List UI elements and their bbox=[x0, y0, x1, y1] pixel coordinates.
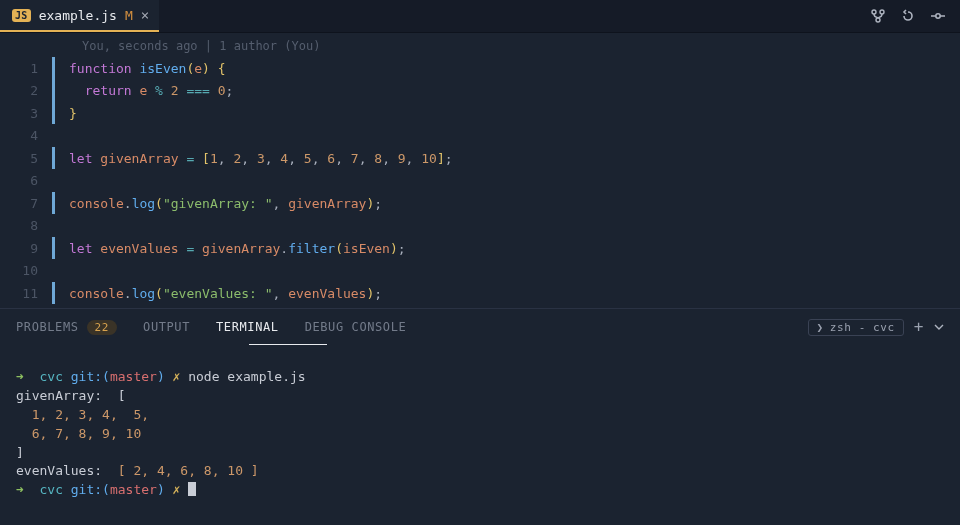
svg-point-0 bbox=[872, 10, 876, 14]
line-number: 3 bbox=[0, 106, 52, 121]
tab-debug-label: DEBUG CONSOLE bbox=[305, 320, 407, 334]
code-line[interactable]: 6 bbox=[0, 169, 960, 192]
line-number: 4 bbox=[0, 128, 52, 143]
code-line[interactable]: 1 function isEven(e) { bbox=[0, 57, 960, 80]
tab-problems-label: PROBLEMS bbox=[16, 320, 79, 334]
code-line[interactable]: 10 bbox=[0, 259, 960, 282]
svg-point-3 bbox=[936, 14, 940, 18]
tab-terminal[interactable]: TERMINAL bbox=[216, 311, 279, 343]
new-terminal-button[interactable]: + bbox=[914, 319, 924, 335]
svg-point-1 bbox=[880, 10, 884, 14]
tab-filename: example.js bbox=[39, 8, 117, 23]
terminal-output[interactable]: ➜ cvc git:(master) ✗ node example.js giv… bbox=[0, 345, 960, 525]
code-line[interactable]: 11 console.log("evenValues: ", evenValue… bbox=[0, 282, 960, 305]
line-number: 5 bbox=[0, 151, 52, 166]
gutter-added-icon bbox=[52, 282, 55, 305]
source-control-icon[interactable] bbox=[870, 8, 886, 24]
line-number: 1 bbox=[0, 61, 52, 76]
prompt-arrow-icon: ➜ bbox=[16, 482, 24, 497]
code-line[interactable]: 4 bbox=[0, 124, 960, 147]
prompt-arrow-icon: ➜ bbox=[16, 369, 24, 384]
panel-actions: ❯ zsh - cvc + bbox=[808, 319, 944, 336]
code-line[interactable]: 3 } bbox=[0, 102, 960, 125]
editor[interactable]: You, seconds ago | 1 author (You) 1 func… bbox=[0, 33, 960, 309]
revert-icon[interactable] bbox=[900, 8, 916, 24]
tab-output[interactable]: OUTPUT bbox=[143, 311, 190, 343]
panel-tabs: PROBLEMS 22 OUTPUT TERMINAL DEBUG CONSOL… bbox=[0, 309, 960, 345]
line-number: 9 bbox=[0, 241, 52, 256]
line-number: 11 bbox=[0, 286, 52, 301]
tab-terminal-label: TERMINAL bbox=[216, 320, 279, 334]
git-blame-annotation: You, seconds ago | 1 author (You) bbox=[0, 39, 960, 53]
tab-problems[interactable]: PROBLEMS 22 bbox=[16, 311, 117, 344]
code-line[interactable]: 7 console.log("givenArray: ", givenArray… bbox=[0, 192, 960, 215]
tab-modified-indicator: M bbox=[125, 8, 133, 23]
line-number: 7 bbox=[0, 196, 52, 211]
gutter-added-icon bbox=[52, 79, 55, 102]
terminal-prompt-icon: ❯ bbox=[817, 321, 824, 334]
gutter-added-icon bbox=[52, 57, 55, 80]
gutter-added-icon bbox=[52, 192, 55, 215]
tab-output-label: OUTPUT bbox=[143, 320, 190, 334]
code-line[interactable]: 2 return e % 2 === 0; bbox=[0, 79, 960, 102]
gutter-added-icon bbox=[52, 147, 55, 170]
line-number: 2 bbox=[0, 83, 52, 98]
terminal-shell-label: zsh - cvc bbox=[830, 321, 895, 334]
bottom-panel: PROBLEMS 22 OUTPUT TERMINAL DEBUG CONSOL… bbox=[0, 308, 960, 525]
close-icon[interactable]: × bbox=[141, 8, 149, 22]
problems-count-badge: 22 bbox=[87, 320, 117, 335]
editor-tab-example-js[interactable]: JS example.js M × bbox=[0, 0, 159, 32]
tab-actions bbox=[870, 0, 960, 32]
code-area[interactable]: 1 function isEven(e) { 2 return e % 2 ==… bbox=[0, 57, 960, 309]
svg-point-2 bbox=[876, 18, 880, 22]
gutter-added-icon bbox=[52, 237, 55, 260]
commit-circle-icon[interactable] bbox=[930, 8, 946, 24]
tab-debug-console[interactable]: DEBUG CONSOLE bbox=[305, 311, 407, 343]
terminal-selector[interactable]: ❯ zsh - cvc bbox=[808, 319, 904, 336]
code-line[interactable]: 8 bbox=[0, 214, 960, 237]
code-line[interactable]: 9 let evenValues = givenArray.filter(isE… bbox=[0, 237, 960, 260]
terminal-cursor bbox=[188, 482, 196, 496]
code-line[interactable]: 5 let givenArray = [1, 2, 3, 4, 5, 6, 7,… bbox=[0, 147, 960, 170]
line-number: 10 bbox=[0, 263, 52, 278]
chevron-down-icon[interactable] bbox=[934, 322, 944, 332]
line-number: 6 bbox=[0, 173, 52, 188]
filetype-badge: JS bbox=[12, 9, 31, 22]
line-number: 8 bbox=[0, 218, 52, 233]
editor-tabbar: JS example.js M × bbox=[0, 0, 960, 33]
gutter-added-icon bbox=[52, 102, 55, 125]
